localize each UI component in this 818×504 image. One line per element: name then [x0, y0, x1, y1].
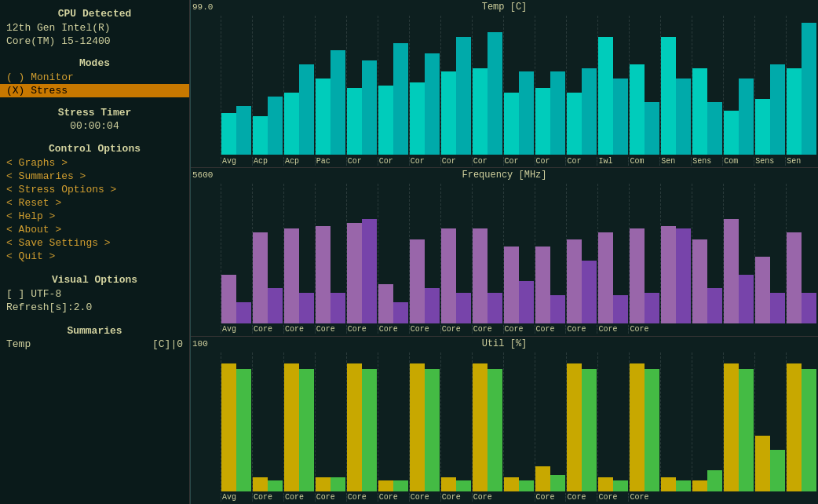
bar	[378, 480, 393, 491]
bar	[488, 369, 502, 491]
col-label: Cor	[378, 157, 409, 166]
freq-chart-header: 5600 Frequency [MHz]	[191, 168, 818, 182]
bar	[488, 32, 502, 155]
bar	[253, 477, 268, 491]
bar	[661, 37, 676, 155]
bar	[802, 369, 816, 491]
bar	[362, 60, 377, 155]
bar-group	[535, 16, 565, 155]
col-label: Avg	[221, 157, 252, 166]
col-label: Core	[315, 493, 346, 502]
bar	[253, 116, 268, 155]
util-chart-body	[191, 351, 818, 491]
bar	[299, 293, 314, 323]
bar	[550, 295, 565, 323]
bar-group	[786, 352, 816, 491]
bar	[707, 102, 722, 155]
bar	[299, 369, 314, 491]
bar	[253, 232, 268, 323]
bar-group	[283, 352, 314, 491]
menu-help[interactable]: < Help >	[0, 210, 189, 223]
col-label: Core	[535, 325, 566, 334]
bar	[456, 37, 471, 155]
bar	[724, 219, 739, 323]
bar	[221, 363, 236, 491]
bar	[299, 64, 314, 155]
col-label: Core	[597, 493, 628, 502]
bar	[362, 369, 377, 491]
temp-chart-panel: 99.0 Temp [C] AvgAcpAcpPacCorCorCorCorCo…	[191, 0, 818, 168]
bar	[425, 288, 440, 323]
menu-reset[interactable]: < Reset >	[0, 196, 189, 210]
bar-group	[378, 16, 408, 155]
bar	[425, 53, 440, 155]
visual-utf8[interactable]: [ ] UTF-8	[0, 287, 189, 301]
col-label: Sens	[754, 157, 785, 166]
bar	[630, 64, 645, 155]
menu-summaries[interactable]: < Summaries >	[0, 170, 189, 183]
col-label: Core	[252, 325, 283, 334]
bar	[330, 50, 345, 155]
menu-about[interactable]: < About >	[0, 223, 189, 236]
bar	[504, 247, 519, 323]
bar	[802, 23, 816, 155]
mode-monitor[interactable]: ( ) Monitor	[0, 71, 189, 84]
col-label: Acp	[283, 157, 315, 166]
bar	[787, 363, 802, 491]
menu-save-settings[interactable]: < Save Settings >	[0, 236, 189, 250]
bar	[582, 261, 597, 323]
stress-timer-value: 00:00:04	[0, 120, 189, 132]
summaries-temp-unit: [C]	[152, 338, 170, 350]
bar-group	[472, 16, 502, 155]
bar-group	[315, 16, 345, 155]
bar	[362, 219, 377, 323]
bar-group	[566, 352, 597, 491]
bar	[236, 106, 251, 155]
menu-graphs[interactable]: < Graphs >	[0, 156, 189, 170]
modes-title: Modes	[0, 57, 189, 69]
col-label: Cor	[535, 157, 566, 166]
bar	[268, 288, 283, 323]
bar	[393, 480, 408, 491]
bar	[236, 302, 251, 323]
bar-group	[660, 16, 691, 155]
summaries-temp-label: Temp	[6, 338, 31, 350]
col-label: Cor	[472, 157, 503, 166]
bar	[473, 228, 488, 323]
col-label: Core	[346, 325, 378, 334]
main-content: 99.0 Temp [C] AvgAcpAcpPacCorCorCorCorCo…	[191, 0, 818, 504]
bar-group	[252, 352, 283, 491]
bar	[519, 71, 534, 155]
cpu-title: CPU Detected	[0, 8, 189, 20]
bar	[441, 71, 456, 155]
menu-quit[interactable]: < Quit >	[0, 250, 189, 263]
col-label: Core	[628, 493, 659, 502]
sidebar: CPU Detected 12th Gen Intel(R) Core(TM) …	[0, 0, 190, 504]
bar	[316, 79, 330, 155]
freq-chart-body	[191, 182, 818, 323]
bar	[410, 82, 425, 155]
bar	[410, 239, 425, 323]
col-label: Core	[409, 325, 440, 334]
bar-group	[378, 184, 408, 323]
bar	[393, 302, 408, 323]
bar-group	[440, 352, 471, 491]
bar	[284, 228, 299, 323]
col-label: Core	[503, 325, 535, 334]
bar	[739, 275, 754, 323]
bar	[770, 450, 785, 491]
visual-refresh: Refresh[s]:2.0	[0, 301, 189, 314]
bar	[613, 480, 628, 491]
bar-group	[535, 184, 565, 323]
col-label: Avg	[221, 493, 252, 502]
bar	[567, 363, 582, 491]
col-label: Cor	[503, 157, 535, 166]
menu-stress-options[interactable]: < Stress Options >	[0, 183, 189, 196]
col-label: Cor	[346, 157, 378, 166]
bar-group	[566, 184, 597, 323]
temp-chart-ymax: 99.0	[192, 2, 224, 12]
bar	[316, 477, 330, 491]
mode-stress[interactable]: (X) Stress	[0, 84, 189, 97]
bar	[630, 363, 645, 491]
bar-group	[692, 16, 722, 155]
